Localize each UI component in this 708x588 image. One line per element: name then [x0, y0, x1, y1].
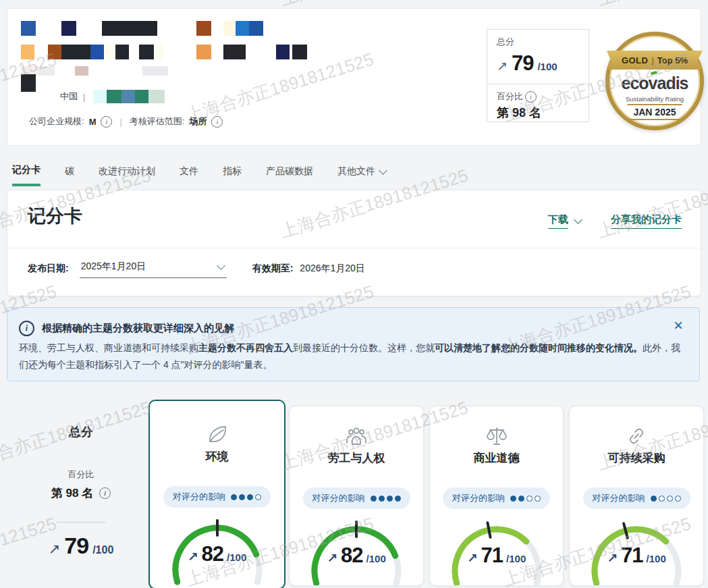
download-label: 下载 — [548, 213, 568, 229]
impact-dot-filled — [231, 494, 237, 500]
country-label: 中国 — [60, 90, 78, 103]
percentile-value: 第 98 名 i — [28, 485, 134, 501]
overall-score-label: 总分 — [497, 36, 579, 48]
trend-up-icon: ↗ — [467, 550, 478, 566]
overview-title: 总分 — [28, 424, 134, 440]
theme-card-labor-human-rights[interactable]: 劳工与人权 对评分的影响 ↗ 82 /100 — [289, 406, 424, 586]
tab-label: 碳 — [65, 165, 74, 178]
theme-score: ↗ 71 /100 — [570, 543, 703, 568]
redacted-block — [223, 21, 235, 36]
impact-label: 对评分的影响 — [593, 492, 645, 504]
separator: | — [119, 117, 121, 127]
impact-dot-filled — [518, 496, 524, 502]
logo-leaf-icon: v — [649, 74, 657, 93]
tab-label: 指标 — [223, 165, 242, 178]
info-icon[interactable]: i — [211, 116, 223, 128]
tab-label: 记分卡 — [12, 164, 40, 176]
people-icon — [290, 425, 423, 447]
ecovadis-medal-badge: GOLD | Top 5% ecovadis Sustainability Ra… — [605, 32, 704, 130]
publish-date-select[interactable]: 2025年1月20日 — [80, 259, 227, 278]
info-banner: i 根据精确的主题分数获取更详细深入的见解 × 环境、劳工与人权、商业道德和可持… — [7, 307, 700, 381]
impact-pill: 对评分的影响 — [583, 487, 690, 509]
tab-indicators[interactable]: 指标 — [223, 164, 242, 186]
tab-product-carbon-data[interactable]: 产品碳数据 — [266, 164, 313, 186]
tab-label: 文件 — [180, 165, 198, 178]
theme-card-sustainable-procurement[interactable]: 可持续采购 对评分的影响 ↗ 71 /100 — [569, 406, 704, 586]
trend-up-icon: ↗ — [607, 550, 618, 566]
impact-pill: 对评分的影响 — [303, 487, 410, 509]
info-icon[interactable]: i — [101, 116, 112, 128]
theme-score-number: 82 — [202, 542, 223, 566]
redacted-block — [236, 21, 249, 36]
impact-dot-empty — [526, 496, 533, 502]
impact-pill: 对评分的影响 — [443, 487, 550, 509]
info-icon[interactable]: i — [525, 91, 537, 103]
tab-documents[interactable]: 文件 — [180, 164, 198, 186]
impact-dots — [651, 496, 681, 502]
page-title: 记分卡 — [28, 204, 82, 228]
redacted-block — [104, 45, 115, 59]
tab-label: 产品碳数据 — [266, 165, 313, 178]
theme-name: 可持续采购 — [570, 451, 703, 466]
leaf-icon — [150, 424, 284, 446]
impact-dot-filled — [371, 496, 377, 502]
publish-date-label: 发布日期: — [28, 263, 69, 275]
score-gauge: ↗ 82 /100 — [290, 518, 423, 586]
overall-score-cell: 总分 ↗ 79 /100 — [487, 30, 589, 84]
scorecard-section: 记分卡 下载 分享我的记分卡 发布日期: 2025年1月20日 有效期至: 20… — [7, 190, 701, 296]
redacted-block — [142, 66, 168, 76]
badge-subtitle: Sustainability Rating — [609, 95, 700, 103]
redacted-block — [292, 45, 307, 59]
divider — [7, 248, 701, 248]
redacted-block — [115, 45, 129, 59]
tab-other-files[interactable]: 其他文件 — [337, 164, 386, 186]
redacted-block — [155, 45, 164, 59]
close-icon[interactable]: × — [674, 317, 683, 333]
overall-score-number: 79 — [512, 51, 533, 76]
impact-dots — [231, 494, 261, 500]
redacted-block — [148, 90, 165, 103]
publish-date-value: 2025年1月20日 — [81, 261, 146, 273]
theme-card-environment[interactable]: 环境 对评分的影响 ↗ 82 /100 — [148, 400, 285, 588]
redacted-block — [21, 74, 36, 92]
banner-text-segment: 主题分数不再四舍五入 — [198, 342, 293, 353]
redacted-block — [90, 45, 104, 59]
chevron-down-icon — [217, 261, 225, 270]
tab-scorecard[interactable]: 记分卡 — [12, 164, 40, 186]
share-scorecard-link[interactable]: 分享我的记分卡 — [611, 213, 682, 229]
overview-score-max: /100 — [92, 544, 113, 556]
theme-card-business-ethics[interactable]: 商业道德 对评分的影响 ↗ 71 /100 — [429, 406, 564, 586]
theme-score-number: 71 — [481, 543, 503, 568]
percentile-label-text: 百分比 — [497, 90, 523, 103]
divider — [57, 522, 105, 523]
redacted-block — [196, 21, 211, 36]
theme-score: ↗ 71 /100 — [430, 543, 563, 568]
banner-body: 环境、劳工与人权、商业道德和可持续采购主题分数不再四舍五入到最接近的十分位数。这… — [19, 340, 686, 373]
theme-score-max: /100 — [366, 553, 386, 564]
redacted-block — [107, 90, 121, 103]
logo-text: adis — [657, 74, 688, 92]
impact-dots — [510, 496, 541, 502]
banner-header: i 根据精确的主题分数获取更详细深入的见解 — [19, 321, 234, 336]
theme-score-number: 82 — [341, 543, 362, 568]
redacted-block — [196, 45, 211, 59]
logo-text: eco — [621, 74, 648, 92]
banner-text-segment: 环境、劳工与人权、商业道德和可持续采购 — [19, 342, 198, 353]
assessment-scope-label: 考核评估范围: — [130, 115, 185, 128]
company-size-label: 公司企业规模: — [29, 115, 84, 128]
redacted-block — [21, 45, 34, 59]
chevron-down-icon — [379, 166, 387, 175]
separator: | — [651, 55, 653, 65]
tab-improvement-plan[interactable]: 改进行动计划 — [99, 164, 155, 186]
info-icon[interactable]: i — [99, 487, 111, 499]
tab-carbon[interactable]: 碳 — [65, 164, 74, 186]
impact-dot-empty — [255, 494, 261, 500]
impact-dot-filled — [239, 494, 245, 500]
theme-name: 环境 — [150, 450, 284, 464]
download-button[interactable]: 下载 — [548, 213, 581, 229]
redacted-block — [135, 90, 148, 103]
impact-dot-filled — [379, 496, 385, 502]
medal-top-percent: Top 5% — [657, 55, 688, 65]
tab-label: 改进行动计划 — [99, 165, 155, 178]
impact-dot-empty — [675, 496, 681, 502]
